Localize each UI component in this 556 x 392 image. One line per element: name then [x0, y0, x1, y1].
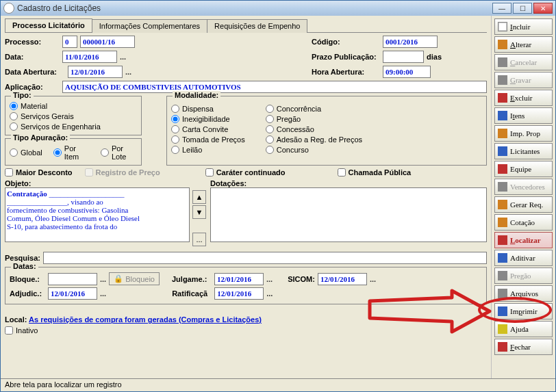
- radio-pregao[interactable]: Pregão: [266, 115, 362, 123]
- objeto-textarea[interactable]: Contratação ____________________ _______…: [5, 187, 190, 242]
- btn-localizar[interactable]: Localizar: [494, 232, 553, 248]
- btn-arquivos[interactable]: Arquivos: [494, 285, 553, 302]
- titlebar: Cadastro de Licitações — ☐ ✕: [1, 1, 555, 16]
- sicom-input[interactable]: [318, 273, 367, 285]
- edit-icon: [498, 40, 507, 49]
- btn-alterar[interactable]: Alterar: [494, 36, 553, 53]
- minimize-button[interactable]: —: [492, 3, 511, 14]
- label-hora-abertura: Hora Abertura:: [312, 68, 380, 76]
- help-icon: [498, 324, 507, 334]
- label-dotacoes: Dotações:: [210, 179, 487, 187]
- adjudic-input[interactable]: [48, 287, 97, 300]
- label-sicom: SICOM:: [288, 275, 315, 283]
- data-abertura-picker-button[interactable]: ...: [125, 68, 131, 76]
- radio-tomada[interactable]: Tomada de Preços: [171, 135, 245, 144]
- check-inativo[interactable]: Inativo: [5, 326, 487, 335]
- btn-ajuda[interactable]: Ajuda: [494, 321, 553, 337]
- ratifica-picker-button[interactable]: ...: [266, 289, 273, 298]
- adjudic-picker-button[interactable]: ...: [100, 289, 106, 298]
- label-local: Local:: [5, 315, 27, 324]
- vencedores-icon: [498, 182, 507, 192]
- label-processo: Processo:: [5, 38, 60, 46]
- btn-incluir[interactable]: IIncluirncluir: [494, 18, 553, 35]
- radio-concessao[interactable]: Concessão: [266, 125, 362, 133]
- btn-imprimir[interactable]: Imprimir: [494, 303, 553, 319]
- local-link[interactable]: As requisições de compra foram geradas (…: [29, 315, 262, 324]
- btn-cotacao[interactable]: Cotação: [494, 214, 553, 231]
- data-abertura-input[interactable]: [68, 66, 123, 78]
- fieldset-apuracao: Tipo Apuração: Global Por Item Por Lote: [5, 138, 142, 166]
- close-button[interactable]: ✕: [533, 3, 553, 14]
- radio-engenharia[interactable]: Serviços de Engenharia: [10, 122, 137, 131]
- fieldset-tipo: Tipo: Material Serviços Gerais Serviços …: [5, 96, 142, 135]
- tab-requisicoes[interactable]: Requisições de Empenho: [207, 19, 307, 33]
- radio-concurso[interactable]: Concurso: [266, 146, 362, 154]
- legend-modalidade: Modalidade:: [173, 91, 220, 99]
- prazo-input[interactable]: [383, 51, 424, 63]
- data-input[interactable]: [62, 51, 117, 63]
- tab-info[interactable]: Informações Complementares: [92, 19, 207, 33]
- radio-poritem[interactable]: Por Item: [53, 144, 90, 161]
- radio-leilao[interactable]: Leilão: [171, 146, 245, 154]
- btn-fechar[interactable]: Fechar: [494, 339, 553, 355]
- dotacoes-list[interactable]: [210, 187, 487, 242]
- maximize-button[interactable]: ☐: [513, 3, 532, 14]
- sicom-picker-button[interactable]: ...: [370, 275, 376, 283]
- btn-licitantes[interactable]: Licitantes: [494, 143, 553, 159]
- app-icon: [3, 3, 14, 14]
- btn-itens[interactable]: Itens: [494, 107, 553, 124]
- check-chamada[interactable]: Chamada Pública: [338, 168, 412, 177]
- check-registro-preco: Registro de Preço: [85, 168, 160, 177]
- ratifica-input[interactable]: [214, 287, 264, 300]
- aditivar-icon: [498, 253, 507, 263]
- label-codigo: Código:: [312, 38, 380, 46]
- label-adjudic: Adjudic.:: [10, 289, 45, 298]
- bloque-picker-button[interactable]: ...: [100, 275, 106, 283]
- radio-inexig[interactable]: Inexigibilidade: [171, 115, 245, 123]
- aplicacao-input[interactable]: [62, 81, 487, 93]
- julgame-input[interactable]: [214, 273, 264, 285]
- fieldset-datas: Datas: Bloque.: ... 🔒 Bloqueio Julgame.:…: [5, 267, 487, 304]
- julgame-picker-button[interactable]: ...: [266, 275, 273, 283]
- radio-material[interactable]: Material: [10, 102, 137, 110]
- radio-global[interactable]: Global: [10, 144, 42, 161]
- files-icon: [498, 289, 507, 298]
- label-data-abertura: Data Abertura:: [5, 68, 65, 76]
- radio-concorrencia[interactable]: Concorrência: [266, 105, 362, 113]
- btn-gerarreq[interactable]: Gerar Req.: [494, 196, 553, 213]
- doc-icon: [498, 22, 507, 31]
- fieldset-modalidade: Modalidade: Dispensa Inexigibilidade Car…: [166, 96, 487, 166]
- data-picker-button[interactable]: ...: [120, 53, 126, 61]
- status-bar: Abre tela para localizar um registro: [1, 378, 555, 391]
- licitantes-icon: [498, 146, 507, 156]
- items-icon: [498, 111, 507, 120]
- radio-carta[interactable]: Carta Convite: [171, 125, 245, 133]
- label-data: Data:: [5, 53, 60, 61]
- codigo-input[interactable]: [383, 36, 438, 48]
- radio-servicos[interactable]: Serviços Gerais: [10, 112, 137, 120]
- processo-zero-input[interactable]: [62, 36, 77, 48]
- processo-num-input[interactable]: [80, 36, 135, 48]
- check-carater[interactable]: Caráter continuado: [205, 168, 286, 177]
- arrow-up-button[interactable]: ▲: [192, 190, 206, 204]
- label-prazo: Prazo Publicação:: [312, 53, 380, 61]
- radio-adesao[interactable]: Adesão a Reg. de Preços: [266, 135, 362, 144]
- btn-aditivar[interactable]: Aditivar: [494, 250, 553, 266]
- cancel-icon: [498, 57, 507, 67]
- btn-excluir[interactable]: Excluir: [494, 90, 553, 106]
- cotacao-icon: [498, 218, 507, 227]
- bloque-input[interactable]: [48, 273, 97, 285]
- tab-processo[interactable]: Processo Licitatório: [5, 18, 92, 32]
- gerar-icon: [498, 200, 507, 209]
- radio-dispensa[interactable]: Dispensa: [171, 105, 245, 113]
- radio-porlote[interactable]: Por Lote: [101, 144, 137, 161]
- arrow-down-button[interactable]: ▼: [192, 205, 206, 219]
- ellipsis-button[interactable]: ...: [192, 233, 206, 246]
- btn-impprop[interactable]: Imp. Prop: [494, 125, 553, 142]
- pesquisa-input[interactable]: [43, 252, 487, 264]
- hora-abertura-input[interactable]: [383, 66, 431, 78]
- pregao-icon: [498, 271, 507, 280]
- label-aplicacao: Aplicação:: [5, 83, 60, 91]
- btn-equipe[interactable]: Equipe: [494, 161, 553, 177]
- check-maior-desconto[interactable]: Maior Desconto: [5, 168, 73, 177]
